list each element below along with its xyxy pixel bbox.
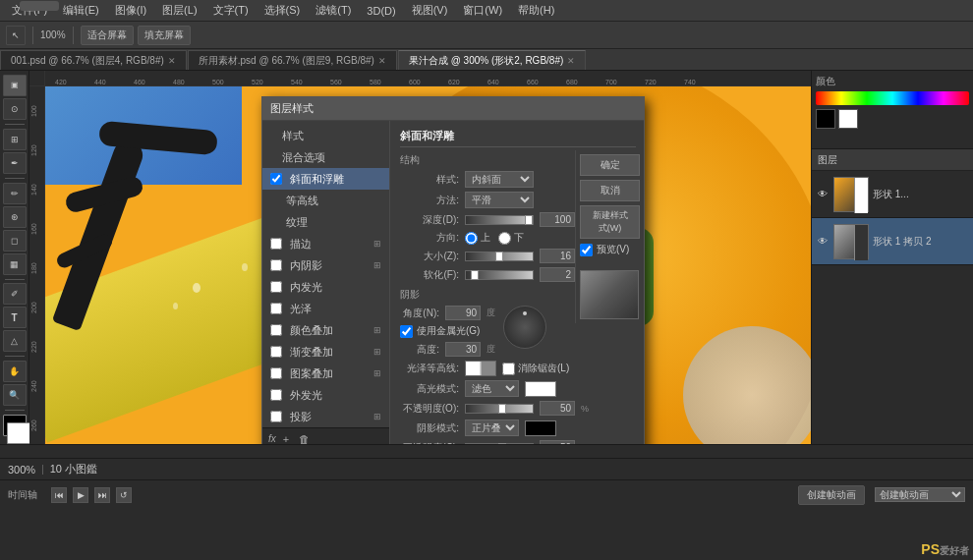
soften-input[interactable] xyxy=(540,267,575,282)
dialog-item-gradient-overlay[interactable]: 渐变叠加 ⊞ xyxy=(262,341,389,363)
highlight-opacity-handle[interactable] xyxy=(498,404,506,414)
soften-slider[interactable] xyxy=(465,270,534,280)
shadow-opacity-input[interactable] xyxy=(540,440,575,444)
angle-wheel[interactable] xyxy=(503,306,546,349)
menu-item-window[interactable]: 窗口(W) xyxy=(455,1,510,20)
shadow-opacity-slider[interactable] xyxy=(465,443,534,445)
inner-shadow-checkbox[interactable] xyxy=(270,259,282,271)
pattern-overlay-icon[interactable]: ⊞ xyxy=(373,368,381,378)
tab-close-icon-3[interactable]: ✕ xyxy=(567,56,575,66)
tl-loop-btn[interactable]: ↺ xyxy=(116,487,132,503)
create-frame-animation-btn[interactable]: 创建帧动画 xyxy=(798,485,865,505)
color-overlay-icon[interactable]: ⊞ xyxy=(373,325,381,335)
highlight-opacity-slider[interactable] xyxy=(465,404,534,414)
tab-close-icon-2[interactable]: ✕ xyxy=(378,56,386,66)
tool-eraser[interactable]: ◻ xyxy=(3,230,27,252)
pattern-overlay-checkbox[interactable] xyxy=(270,367,282,379)
method-select[interactable]: 平滑 xyxy=(465,192,534,208)
menu-item-text[interactable]: 文字(T) xyxy=(205,1,257,20)
tl-play-btn[interactable]: ▶ xyxy=(73,487,88,503)
direction-down-input[interactable] xyxy=(498,232,511,245)
tl-next-btn[interactable]: ⏭ xyxy=(94,487,110,503)
preview-checkbox[interactable] xyxy=(580,244,593,256)
menu-item-layer[interactable]: 图层(L) xyxy=(154,1,204,20)
dialog-item-inner-shadow[interactable]: 内阴影 ⊞ xyxy=(262,254,389,276)
dialog-item-texture[interactable]: 纹理 xyxy=(262,211,389,233)
angle-input[interactable] xyxy=(445,306,481,320)
size-slider-handle[interactable] xyxy=(495,252,503,261)
dialog-item-satin[interactable]: 光泽 xyxy=(262,298,389,319)
tool-hand[interactable]: ✋ xyxy=(3,361,27,382)
tool-path[interactable]: △ xyxy=(3,330,27,352)
background-swatch[interactable] xyxy=(838,109,858,129)
tool-crop[interactable]: ⊞ xyxy=(3,129,27,150)
depth-slider[interactable] xyxy=(465,215,534,225)
dialog-item-blending[interactable]: 混合选项 xyxy=(262,146,389,168)
gradient-overlay-checkbox[interactable] xyxy=(270,346,282,358)
menu-item-3d[interactable]: 3D(D) xyxy=(359,3,403,19)
tab-close-icon[interactable]: ✕ xyxy=(168,56,176,66)
style-select[interactable]: 内斜面 xyxy=(465,171,534,188)
cancel-button[interactable]: 取消 xyxy=(580,180,640,201)
altitude-input[interactable] xyxy=(445,342,481,357)
direction-up-input[interactable] xyxy=(465,232,478,245)
menu-item-view[interactable]: 视图(V) xyxy=(404,1,456,20)
direction-down-radio[interactable]: 下 xyxy=(498,231,524,245)
size-input[interactable] xyxy=(540,249,575,263)
size-slider[interactable] xyxy=(465,252,534,261)
tool-pen[interactable]: ✐ xyxy=(3,283,27,305)
dialog-item-contour[interactable]: 等高线 xyxy=(262,190,389,211)
fill-screen-btn[interactable]: 填充屏幕 xyxy=(138,26,191,45)
depth-slider-handle[interactable] xyxy=(525,215,533,225)
inner-glow-checkbox[interactable] xyxy=(270,281,282,293)
new-style-button[interactable]: 新建样式式(W) xyxy=(580,205,640,239)
background-color[interactable] xyxy=(7,422,30,444)
stroke-icon[interactable]: ⊞ xyxy=(373,239,381,249)
drop-shadow-icon[interactable]: ⊞ xyxy=(373,412,381,421)
canvas-hscroll-thumb[interactable] xyxy=(20,1,59,11)
tab-素材psd[interactable]: 所用素材.psd @ 66.7% (图层9, RGB/8#) ✕ xyxy=(188,50,397,70)
tab-001psd[interactable]: 001.psd @ 66.7% (图层4, RGB/8#) ✕ xyxy=(0,50,187,70)
tool-brush[interactable]: ✏ xyxy=(3,183,27,204)
tab-guozhi[interactable]: 果汁合成 @ 300% (形状2, RGB/8#) ✕ xyxy=(398,50,586,70)
dialog-item-drop-shadow[interactable]: 投影 ⊞ xyxy=(262,406,389,427)
menu-item-filter[interactable]: 滤镜(T) xyxy=(308,1,359,20)
dialog-item-bevel[interactable]: 斜面和浮雕 xyxy=(262,168,389,190)
ok-button[interactable]: 确定 xyxy=(580,154,640,176)
highlight-color-swatch[interactable] xyxy=(525,381,556,397)
menu-item-help[interactable]: 帮助(H) xyxy=(510,1,562,20)
fx-add-btn[interactable]: + xyxy=(280,433,292,445)
gloss-preview[interactable] xyxy=(465,361,496,376)
color-spectrum-bar[interactable] xyxy=(816,91,969,105)
dialog-item-inner-glow[interactable]: 内发光 xyxy=(262,276,389,298)
use-global-checkbox[interactable] xyxy=(400,325,413,338)
fx-delete-btn[interactable]: 🗑 xyxy=(296,433,313,445)
inner-shadow-icon[interactable]: ⊞ xyxy=(373,260,381,270)
anti-alias-check[interactable]: 消除锯齿(L) xyxy=(502,362,569,375)
layer-eye-icon-2[interactable]: 👁 xyxy=(816,235,830,249)
outer-glow-checkbox[interactable] xyxy=(270,389,282,401)
layer-item-1[interactable]: 👁 形状 1... xyxy=(812,171,973,218)
bevel-checkbox[interactable] xyxy=(270,173,282,185)
direction-up-radio[interactable]: 上 xyxy=(465,231,490,245)
shadow-mode-select[interactable]: 正片叠底 xyxy=(465,420,519,436)
gradient-overlay-icon[interactable]: ⊞ xyxy=(373,347,381,357)
tool-lasso[interactable]: ⊙ xyxy=(3,98,27,120)
drop-shadow-checkbox[interactable] xyxy=(270,411,282,422)
foreground-swatch[interactable] xyxy=(816,109,835,129)
menu-item-edit[interactable]: 编辑(E) xyxy=(55,1,107,20)
dialog-item-pattern-overlay[interactable]: 图案叠加 ⊞ xyxy=(262,363,389,384)
stroke-checkbox[interactable] xyxy=(270,238,282,250)
satin-checkbox[interactable] xyxy=(270,303,282,314)
color-overlay-checkbox[interactable] xyxy=(270,324,282,336)
dialog-item-styles[interactable]: 样式 xyxy=(262,125,389,146)
canvas-area[interactable]: 图层样式 样式 混合选项 斜面和浮雕 xyxy=(45,86,811,444)
highlight-mode-select[interactable]: 滤色 xyxy=(465,380,519,397)
tool-move-icon[interactable]: ↖ xyxy=(6,26,26,45)
dialog-item-color-overlay[interactable]: 颜色叠加 ⊞ xyxy=(262,319,389,341)
tool-type[interactable]: T xyxy=(3,307,27,328)
menu-item-select[interactable]: 选择(S) xyxy=(257,1,309,20)
tool-zoom[interactable]: 🔍 xyxy=(3,384,27,406)
tool-select[interactable]: ▣ xyxy=(3,75,27,96)
depth-input[interactable] xyxy=(540,212,575,227)
